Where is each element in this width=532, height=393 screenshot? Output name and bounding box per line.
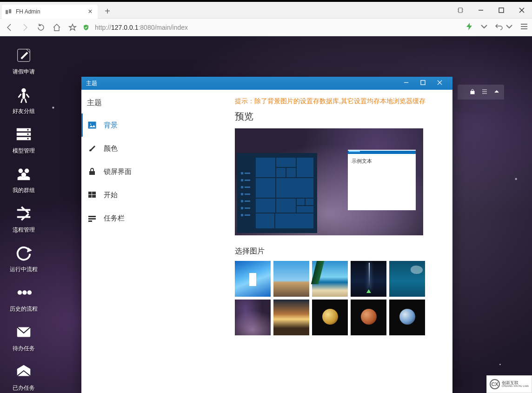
nav-home-button[interactable] [51,23,62,32]
desktop-icon-grid: 请假申请 好友分组 模型管理 我的群组 流程管理 运行中流程 历史的流程 待办 [4,44,83,393]
desktop-icon-history-flow[interactable]: 历史的流程 [6,283,42,313]
window-minimize-button[interactable] [471,2,491,19]
preview-heading: 预览 [235,110,444,123]
desktop-icon-friend-group[interactable]: 好友分组 [6,85,42,115]
browser-menu-icon[interactable] [520,22,528,33]
url-host: 127.0.0.1 [111,24,138,31]
svg-rect-42 [88,195,92,198]
desktop-icon-my-group[interactable]: 我的群组 [6,164,42,194]
svg-rect-18 [27,133,29,135]
url-field[interactable]: http://127.0.0.1:8080/main/index [83,24,460,31]
fast-dropdown-icon[interactable] [480,22,488,33]
svg-rect-29 [471,91,474,94]
wallpaper-thumb[interactable] [389,300,425,335]
watermark: CX 创新互联 CHUANG XIN HU LIAN [486,375,532,393]
dialog-minimize-button[interactable] [398,80,414,87]
wallpaper-thumb[interactable] [235,300,271,335]
svg-rect-46 [88,220,92,222]
lock-icon[interactable] [470,89,475,96]
svg-point-20 [19,169,23,173]
desktop-icon-label: 好友分组 [6,107,42,115]
sidebar-item-label: 开始 [104,191,118,200]
sidebar-item-start[interactable]: 开始 [81,183,235,206]
chevron-up-icon[interactable] [494,89,499,96]
window-close-button[interactable] [512,2,532,19]
sidebar-item-background[interactable]: 背景 [81,113,235,137]
svg-rect-39 [89,171,95,175]
svg-marker-23 [27,248,32,253]
svg-rect-15 [17,133,31,136]
svg-point-12 [21,88,26,93]
nav-favorite-button[interactable] [67,23,78,32]
desktop-icon-label: 模型管理 [6,147,42,155]
nav-forward-button[interactable] [20,23,31,32]
wallpaper-thumb[interactable] [389,261,425,297]
sidebar-item-lockscreen[interactable]: 锁屏界面 [81,160,235,183]
svg-rect-34 [420,80,425,85]
wallpaper-thumb[interactable] [235,261,271,297]
background-panel [458,85,504,113]
svg-rect-40 [88,192,92,194]
browser-tabstrip: FH Admin × + [0,2,532,19]
svg-point-24 [18,290,22,295]
dialog-sidebar: 主题 背景 颜色 锁屏界面 开始 [81,90,235,393]
tab-title: FH Admin [16,8,86,15]
sidebar-item-taskbar[interactable]: 任务栏 [81,206,235,230]
svg-marker-7 [466,23,472,30]
svg-rect-13 [22,93,25,99]
dialog-close-button[interactable] [431,80,448,87]
sidebar-item-label: 背景 [104,121,118,130]
nav-reload-button[interactable] [35,23,47,32]
wallpaper-thumb[interactable] [273,300,309,335]
desktop-icon-label: 已办任务 [6,384,42,392]
svg-rect-43 [92,195,96,198]
svg-marker-6 [69,24,76,30]
wallpaper-thumb[interactable] [273,261,309,297]
sidebar-heading: 主题 [81,90,235,113]
preview-sample-window: 示例文本 [348,150,416,210]
undo-dropdown-icon[interactable] [505,22,513,33]
url-prefix: http:// [95,24,111,31]
svg-rect-3 [499,8,504,13]
svg-rect-0 [6,10,8,14]
window-maximize-button[interactable] [491,2,512,19]
wallpaper-thumb[interactable] [351,300,386,335]
wallpaper-thumb[interactable] [312,300,348,335]
desktop-icon-flow-manage[interactable]: 流程管理 [6,204,42,234]
menu-list-icon[interactable] [482,89,487,96]
svg-point-26 [27,290,32,295]
tab-close-icon[interactable]: × [86,7,94,16]
dialog-titlebar[interactable]: 主题 [81,77,452,90]
svg-rect-19 [27,138,29,140]
desktop-icon-label: 请假申请 [6,68,42,76]
dialog-main: 提示：除了背景图片的设置存数据库,其它设置均存本地浏览器缓存 预览 [235,90,452,393]
wallpaper-thumb[interactable] [351,261,386,297]
wallpaper-thumb[interactable] [312,261,348,297]
svg-rect-45 [88,218,96,220]
shield-icon [83,24,89,31]
svg-rect-44 [88,216,96,217]
desktop-icon-leave-apply[interactable]: 请假申请 [6,46,42,76]
desktop-icon-todo-task[interactable]: 待办任务 [6,322,42,353]
desktop-icon-label: 历史的流程 [6,305,42,313]
picture-icon [88,121,96,129]
sidebar-item-label: 锁屏界面 [104,167,132,176]
desktop-icon-running-flow[interactable]: 运行中流程 [6,243,42,273]
new-tab-button[interactable]: + [100,5,114,19]
nav-back-button[interactable] [4,23,15,32]
brush-icon [88,144,96,153]
browser-tab[interactable]: FH Admin × [2,5,98,19]
sidebar-item-label: 任务栏 [104,214,125,223]
theme-dialog: 主题 主题 背景 颜色 锁屏界面 [81,77,452,393]
desktop-icon-label: 我的群组 [6,187,42,194]
windows-icon [88,191,96,199]
fast-mode-icon[interactable] [465,22,473,33]
desktop-icon-model-manage[interactable]: 模型管理 [6,125,42,155]
desktop-icon-done-task[interactable]: 已办任务 [6,362,42,392]
taskbar-icon [88,214,96,222]
sidebar-item-color[interactable]: 颜色 [81,137,235,160]
desktop-icon-label: 流程管理 [6,226,42,234]
undo-icon[interactable] [495,22,503,33]
browser-extension-icon[interactable] [450,2,471,19]
dialog-maximize-button[interactable] [414,80,431,87]
